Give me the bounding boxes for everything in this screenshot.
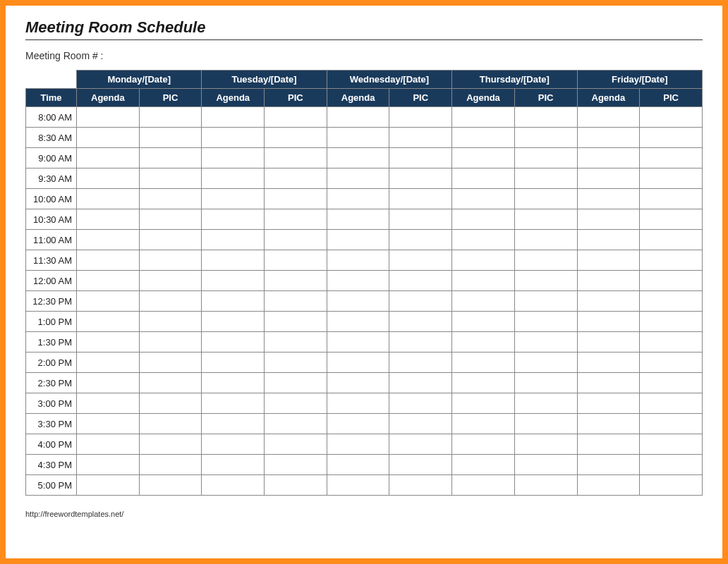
pic-cell [640, 434, 703, 455]
pic-cell [640, 209, 703, 230]
pic-cell [514, 393, 577, 414]
agenda-cell [577, 332, 640, 352]
time-cell: 4:30 PM [26, 455, 77, 475]
agenda-cell [202, 352, 265, 373]
agenda-cell [202, 209, 265, 230]
agenda-cell [77, 168, 140, 189]
table-row: 3:00 PM [26, 393, 703, 414]
pic-cell [139, 189, 202, 209]
agenda-cell [452, 455, 515, 475]
pic-cell [139, 291, 202, 312]
document-page: Meeting Room Schedule Meeting Room # : M… [6, 6, 722, 558]
table-row: 8:30 AM [26, 128, 703, 148]
time-cell: 11:00 AM [26, 230, 77, 250]
agenda-cell [577, 148, 640, 168]
agenda-cell [327, 434, 389, 455]
time-cell: 9:00 AM [26, 148, 77, 168]
pic-cell [265, 393, 327, 414]
time-cell: 2:30 PM [26, 373, 77, 393]
table-row: 4:30 PM [26, 455, 703, 475]
time-cell: 4:00 PM [26, 434, 77, 455]
pic-cell [640, 291, 703, 312]
agenda-cell [77, 291, 140, 312]
table-row: 12:00 AM [26, 271, 703, 291]
agenda-cell [202, 250, 265, 271]
pic-cell [389, 250, 452, 271]
table-row: 11:30 AM [26, 250, 703, 271]
agenda-cell [77, 148, 140, 168]
table-row: 12:30 PM [26, 291, 703, 312]
pic-cell [139, 107, 202, 128]
pic-cell [265, 128, 327, 148]
pic-cell [640, 373, 703, 393]
agenda-cell [327, 455, 389, 475]
pic-cell [514, 128, 577, 148]
pic-cell [640, 230, 703, 250]
pic-cell [265, 107, 327, 128]
pic-cell [265, 250, 327, 271]
time-cell: 5:00 PM [26, 475, 77, 496]
agenda-header: Agenda [327, 89, 389, 107]
pic-cell [139, 250, 202, 271]
agenda-cell [327, 148, 389, 168]
agenda-header: Agenda [577, 89, 640, 107]
pic-cell [389, 128, 452, 148]
agenda-cell [327, 291, 389, 312]
pic-cell [265, 291, 327, 312]
agenda-cell [452, 475, 515, 496]
pic-cell [139, 148, 202, 168]
title-rule [25, 39, 703, 40]
agenda-cell [202, 414, 265, 434]
time-cell: 11:30 AM [26, 250, 77, 271]
agenda-cell [577, 230, 640, 250]
pic-cell [389, 332, 452, 352]
page-title: Meeting Room Schedule [25, 18, 703, 37]
pic-cell [265, 455, 327, 475]
agenda-cell [327, 250, 389, 271]
pic-cell [265, 148, 327, 168]
pic-cell [389, 312, 452, 332]
agenda-cell [452, 148, 515, 168]
pic-cell [389, 209, 452, 230]
time-cell: 8:00 AM [26, 107, 77, 128]
time-cell: 1:00 PM [26, 312, 77, 332]
pic-cell [514, 291, 577, 312]
time-cell: 12:00 AM [26, 271, 77, 291]
pic-header: PIC [640, 89, 703, 107]
pic-cell [265, 189, 327, 209]
pic-cell [139, 455, 202, 475]
table-row: 10:30 AM [26, 209, 703, 230]
table-row: 4:00 PM [26, 434, 703, 455]
pic-cell [265, 230, 327, 250]
table-row: 9:00 AM [26, 148, 703, 168]
pic-cell [389, 148, 452, 168]
agenda-cell [577, 312, 640, 332]
agenda-cell [577, 455, 640, 475]
pic-cell [514, 434, 577, 455]
pic-cell [514, 250, 577, 271]
table-row: 1:30 PM [26, 332, 703, 352]
agenda-cell [202, 271, 265, 291]
table-row: 5:00 PM [26, 475, 703, 496]
pic-cell [640, 414, 703, 434]
pic-cell [514, 209, 577, 230]
agenda-cell [327, 393, 389, 414]
pic-cell [514, 312, 577, 332]
table-row: 9:30 AM [26, 168, 703, 189]
agenda-cell [452, 393, 515, 414]
pic-cell [139, 332, 202, 352]
agenda-cell [577, 107, 640, 128]
pic-cell [514, 230, 577, 250]
pic-cell [265, 475, 327, 496]
footer-url: http://freewordtemplates.net/ [25, 510, 703, 518]
agenda-cell [202, 312, 265, 332]
pic-cell [640, 271, 703, 291]
time-cell: 10:30 AM [26, 209, 77, 230]
agenda-cell [77, 455, 140, 475]
agenda-cell [77, 434, 140, 455]
pic-cell [514, 475, 577, 496]
room-number-label: Meeting Room # : [25, 50, 703, 61]
agenda-cell [202, 230, 265, 250]
pic-cell [514, 168, 577, 189]
table-body: 8:00 AM8:30 AM9:00 AM9:30 AM10:00 AM10:3… [26, 107, 703, 496]
